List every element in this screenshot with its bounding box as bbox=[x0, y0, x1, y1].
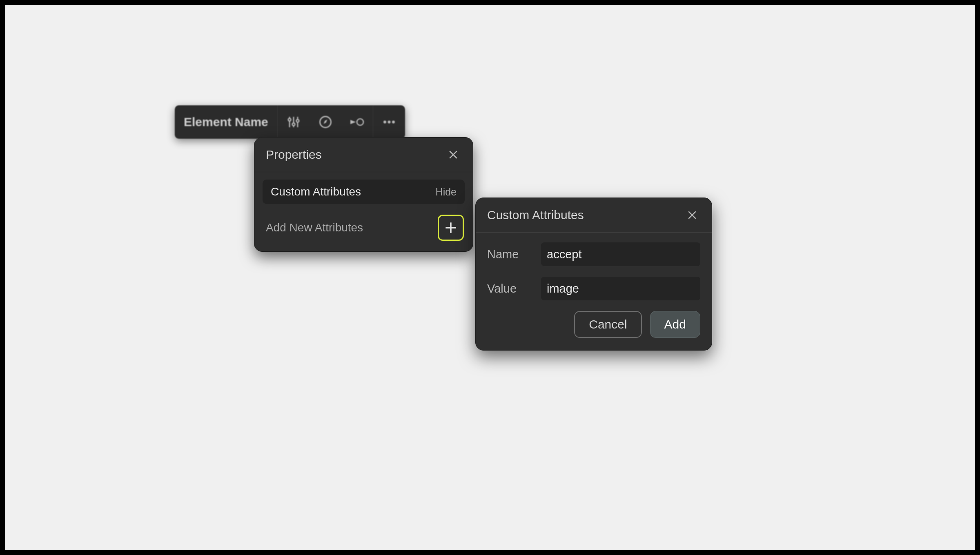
properties-title: Properties bbox=[266, 148, 322, 162]
cancel-button[interactable]: Cancel bbox=[574, 311, 641, 338]
dialog-button-row: Cancel Add bbox=[487, 311, 700, 338]
svg-point-5 bbox=[296, 120, 299, 122]
add-attribute-button[interactable] bbox=[438, 215, 464, 241]
custom-attributes-title: Custom Attributes bbox=[487, 208, 584, 222]
custom-attributes-section-row[interactable]: Custom Attributes Hide bbox=[263, 180, 465, 204]
custom-attributes-close-button[interactable] bbox=[684, 207, 700, 223]
plus-icon bbox=[443, 220, 459, 235]
properties-panel: Properties Custom Attributes Hide Add Ne… bbox=[254, 137, 473, 252]
svg-point-10 bbox=[388, 121, 390, 124]
value-field-row: Value bbox=[487, 277, 700, 300]
custom-attributes-header: Custom Attributes bbox=[476, 198, 712, 233]
properties-close-button[interactable] bbox=[445, 147, 461, 163]
properties-header: Properties bbox=[254, 138, 473, 172]
more-icon[interactable] bbox=[373, 105, 405, 139]
close-icon bbox=[447, 149, 459, 161]
add-button[interactable]: Add bbox=[650, 311, 700, 338]
properties-body: Custom Attributes Hide Add New Attribute… bbox=[254, 172, 473, 251]
name-input[interactable] bbox=[541, 242, 700, 266]
element-name-label[interactable]: Element Name bbox=[175, 105, 278, 139]
connector-icon[interactable] bbox=[341, 105, 373, 139]
custom-attributes-body: Name Value Cancel Add bbox=[476, 233, 712, 350]
close-icon bbox=[686, 209, 698, 221]
compass-icon[interactable] bbox=[310, 105, 341, 139]
svg-point-9 bbox=[383, 121, 386, 124]
custom-attributes-dialog: Custom Attributes Name Value Cancel Add bbox=[475, 198, 712, 351]
element-toolbar: Element Name bbox=[175, 105, 405, 139]
name-label: Name bbox=[487, 248, 541, 261]
hide-toggle[interactable]: Hide bbox=[436, 186, 457, 198]
svg-point-8 bbox=[357, 119, 363, 125]
app-frame: Element Name bbox=[0, 0, 980, 555]
sliders-icon[interactable] bbox=[278, 105, 310, 139]
name-field-row: Name bbox=[487, 242, 700, 266]
value-input[interactable] bbox=[541, 277, 700, 300]
svg-point-11 bbox=[392, 121, 395, 124]
add-new-attributes-row: Add New Attributes bbox=[263, 211, 465, 241]
section-title: Custom Attributes bbox=[271, 185, 361, 198]
svg-marker-7 bbox=[323, 120, 327, 124]
svg-point-4 bbox=[292, 123, 295, 126]
value-label: Value bbox=[487, 282, 541, 295]
svg-point-3 bbox=[288, 118, 291, 121]
add-new-attributes-label: Add New Attributes bbox=[266, 221, 363, 234]
